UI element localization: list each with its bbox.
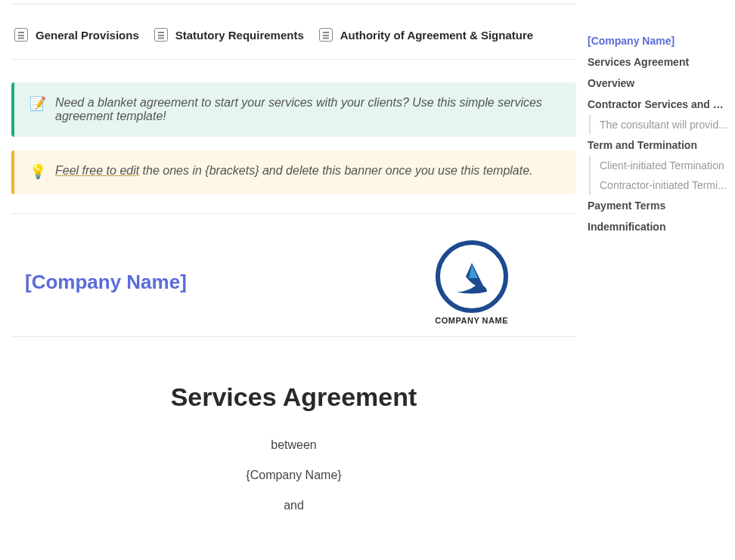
document-icon	[14, 28, 28, 42]
toc-item-consultant-provide[interactable]: The consultant will provid...	[589, 115, 729, 135]
toc-item-term-termination[interactable]: Term and Termination	[588, 135, 729, 156]
callout-intro[interactable]: 📝 Need a blanket agreement to start your…	[11, 82, 576, 137]
main-content: General Provisions Statutory Requirement…	[0, 0, 588, 560]
callout-edit-hint[interactable]: 💡 Feel free to edit the ones in {bracket…	[11, 150, 576, 194]
toc-item-client-termination[interactable]: Client-initiated Termination	[589, 156, 729, 175]
header-row: [Company Name] COMPANY NAME	[11, 240, 576, 325]
bulb-icon: 💡	[29, 164, 46, 181]
toc-list: [Company Name] Services Agreement Overvi…	[588, 30, 729, 237]
logo-swoosh-icon	[449, 254, 495, 299]
toc-item-services-agreement[interactable]: Services Agreement	[588, 51, 729, 73]
document-icon	[154, 28, 168, 42]
body-between[interactable]: between	[11, 438, 576, 452]
divider	[11, 213, 576, 214]
company-name-placeholder[interactable]: [Company Name]	[11, 271, 187, 294]
toc-item-company-name[interactable]: [Company Name]	[588, 30, 729, 51]
logo-circle	[436, 240, 508, 313]
callout-underline: Feel free to edit	[55, 164, 139, 177]
toc-sidebar: [Company Name] Services Agreement Overvi…	[588, 0, 735, 560]
doc-link-statutory-requirements[interactable]: Statutory Requirements	[154, 28, 304, 42]
doc-link-label: Statutory Requirements	[175, 29, 304, 42]
callout-rest: the ones in {brackets} and delete this b…	[139, 164, 532, 177]
document-icon	[319, 28, 333, 42]
toc-item-overview[interactable]: Overview	[588, 73, 729, 94]
doc-link-authority[interactable]: Authority of Agreement & Signature	[319, 28, 533, 42]
callout-text: Feel free to edit the ones in {brackets}…	[55, 164, 533, 178]
toc-item-contractor-termination[interactable]: Contractor-initiated Termi...	[589, 175, 729, 195]
divider	[11, 59, 576, 60]
callout-text: Need a blanket agreement to start your s…	[55, 96, 561, 123]
toc-item-contractor-services[interactable]: Contractor Services and Re...	[588, 94, 729, 115]
doc-link-general-provisions[interactable]: General Provisions	[14, 28, 139, 42]
body-and[interactable]: and	[11, 499, 576, 512]
divider	[11, 336, 576, 337]
doc-links-row: General Provisions Statutory Requirement…	[11, 16, 576, 55]
divider	[11, 4, 576, 5]
document-title[interactable]: Services Agreement	[11, 382, 576, 412]
logo-block: COMPANY NAME	[435, 240, 576, 325]
doc-link-label: General Provisions	[36, 29, 139, 42]
toc-item-payment-terms[interactable]: Payment Terms	[588, 195, 729, 216]
memo-icon: 📝	[29, 96, 46, 113]
doc-link-label: Authority of Agreement & Signature	[340, 29, 533, 42]
toc-item-indemnification[interactable]: Indemnification	[588, 216, 729, 237]
logo-text: COMPANY NAME	[435, 316, 508, 325]
body-company[interactable]: {Company Name}	[11, 469, 576, 482]
